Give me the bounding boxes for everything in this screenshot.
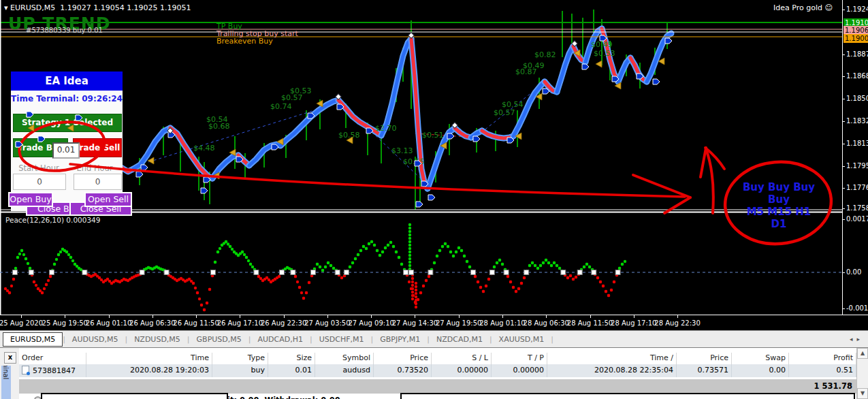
oscillator-dot xyxy=(468,266,471,268)
buy-arrow-icon xyxy=(428,195,435,200)
column-header-order[interactable]: Order xyxy=(19,353,86,364)
zero-cross-marker xyxy=(311,270,316,275)
oscillator-spike-dot xyxy=(408,251,411,253)
level-line-label: Breakeven Buy xyxy=(216,37,273,46)
column-header-type[interactable]: Type xyxy=(212,353,268,364)
oscillator-dot xyxy=(387,244,389,246)
column-header-time[interactable]: Time xyxy=(86,353,212,364)
chart-tab-xauusd[interactable]: XAUUSD,M1 xyxy=(492,333,551,346)
column-header-profit[interactable]: Profit xyxy=(789,353,856,364)
oscillator-dot xyxy=(517,287,520,290)
column-header-price[interactable]: Price xyxy=(677,353,732,364)
price-axis-tick xyxy=(843,10,845,10)
ea-terminal-time: Time Terminal: 09:26:24 xyxy=(11,94,123,103)
end-hour-input[interactable]: 0 xyxy=(74,174,122,190)
lot-size-input[interactable]: 0.01 xyxy=(52,142,80,159)
oscillator-dot xyxy=(419,291,422,294)
tab-scroll-left-icon[interactable]: ◂ xyxy=(850,336,857,342)
price-chart-canvas[interactable]: TP BuyTrailing stop buy startBreakeven B… xyxy=(0,0,842,315)
chart-tab-audusd[interactable]: AUDUSD,M5 xyxy=(65,333,125,346)
oscillator-dot xyxy=(507,275,509,278)
time-axis-tick xyxy=(284,315,285,318)
oscillator-dot xyxy=(384,246,387,249)
column-header-symbol[interactable]: Symbol xyxy=(315,353,374,364)
time-axis-label: 27 Aug 09:10 xyxy=(348,319,393,327)
terminal-close-button[interactable]: x xyxy=(4,352,16,364)
buy-signal-timeframes: M5 M15 H1 D1 xyxy=(739,206,819,230)
chart-tab-audcad[interactable]: AUDCAD,H1 xyxy=(251,333,310,346)
time-axis-tick xyxy=(240,315,240,318)
tab-scroll-right-icon[interactable]: ▸ xyxy=(856,336,864,342)
chart-dropdown-icon[interactable]: ▾ xyxy=(4,3,8,12)
time-axis-tick xyxy=(327,315,328,318)
column-header-tp[interactable]: T / P xyxy=(492,353,547,364)
oscillator-dot xyxy=(192,282,195,285)
order-cell-11: 0.51 xyxy=(789,364,856,377)
trade-profit-label: $0.74 xyxy=(270,102,292,111)
time-axis-label: 25 Aug 2020 xyxy=(0,319,43,327)
oscillator-dot xyxy=(585,263,588,266)
price-axis-label: 1.18870 xyxy=(846,50,868,58)
price-axis-tick xyxy=(843,144,845,144)
column-header-time[interactable]: Time ∕ xyxy=(547,353,677,364)
chart-tab-gbpjpy[interactable]: GBPJPY,M1 xyxy=(373,333,427,346)
terminal-side-tab[interactable]: Terminal xyxy=(1,366,11,399)
scroll-up-icon[interactable]: ▲ xyxy=(857,348,868,359)
open-sell-button[interactable]: Open Sell xyxy=(84,192,132,207)
end-hour-label: End Hour xyxy=(67,163,122,173)
oscillator-dot xyxy=(482,290,485,293)
buy-arrow-icon xyxy=(473,136,480,142)
price-axis-tick xyxy=(843,121,845,122)
price-axis[interactable]: 1.192401.188701.186851.185051.183201.181… xyxy=(842,0,868,315)
time-axis-tick xyxy=(21,315,22,318)
trade-sell-button[interactable]: Trade Sell xyxy=(73,138,122,157)
time-axis-tick xyxy=(677,315,678,318)
open-buy-button[interactable]: Open Buy xyxy=(8,192,53,207)
oscillator-spike-dot xyxy=(408,244,411,246)
column-header-sl[interactable]: S / L xyxy=(432,353,492,364)
time-axis[interactable]: 25 Aug 202025 Aug 19:5026 Aug 01:1026 Au… xyxy=(0,315,868,331)
oscillator-dot xyxy=(398,256,400,259)
oscillator-dot xyxy=(433,261,436,264)
oscillator-dot xyxy=(22,253,25,256)
oscillator-dot xyxy=(45,283,48,286)
chart-tab-usdchf[interactable]: USDCHF,M1 xyxy=(312,333,371,346)
column-header-size[interactable]: Size xyxy=(268,353,315,364)
zero-cross-marker xyxy=(404,270,408,275)
oscillator-dot xyxy=(373,244,376,246)
oscillator-dot xyxy=(477,281,479,283)
oscillator-spike-dot xyxy=(411,281,414,283)
time-axis-label: 28 Aug 11:50 xyxy=(567,319,613,327)
chart-tab-nzdusd[interactable]: NZDUSD,M5 xyxy=(127,333,187,346)
oscillator-dot xyxy=(12,278,15,281)
oscillator-dot xyxy=(245,256,248,259)
oscillator-dot xyxy=(436,255,438,257)
column-header-price[interactable]: Price xyxy=(374,353,432,364)
time-axis-tick xyxy=(590,315,591,318)
tab-scroll-arrows[interactable]: ◂▸ xyxy=(850,336,864,342)
time-axis-tick xyxy=(634,315,634,318)
oscillator-dot xyxy=(35,284,37,287)
strategy-selected-button[interactable]: Strategy 1 Selected xyxy=(13,114,122,132)
indicator-axis-label: 0.00 xyxy=(846,268,861,276)
oscillator-dot xyxy=(392,245,395,248)
signal-triangle-icon xyxy=(148,157,154,164)
zero-cross-marker xyxy=(471,270,476,275)
chart-tab-gbpusd[interactable]: GBPUSD,M5 xyxy=(190,333,248,346)
terminal-scrollbar[interactable]: ▲ ▼ xyxy=(856,348,868,399)
trade-profit-label: $3.13 xyxy=(391,146,413,155)
oscillator-dot xyxy=(43,287,46,290)
start-hour-input[interactable]: 0 xyxy=(13,174,66,190)
scroll-down-icon[interactable]: ▼ xyxy=(857,388,868,399)
oscillator-dot xyxy=(485,285,487,287)
zero-cross-marker xyxy=(592,270,596,275)
column-header-swap[interactable]: Swap xyxy=(732,353,789,364)
zero-cross-marker xyxy=(335,270,340,275)
oscillator-spike-dot xyxy=(415,292,417,295)
indicator-axis-tick xyxy=(843,308,845,309)
price-axis-tick xyxy=(843,166,845,167)
chart-tab-nzdcad[interactable]: NZDCAD,M1 xyxy=(430,333,489,346)
time-axis-label: 25 Aug 19:50 xyxy=(42,319,88,327)
chart-tab-eurusd[interactable]: EURUSD,M5 xyxy=(3,332,63,347)
oscillator-dot xyxy=(512,286,515,289)
